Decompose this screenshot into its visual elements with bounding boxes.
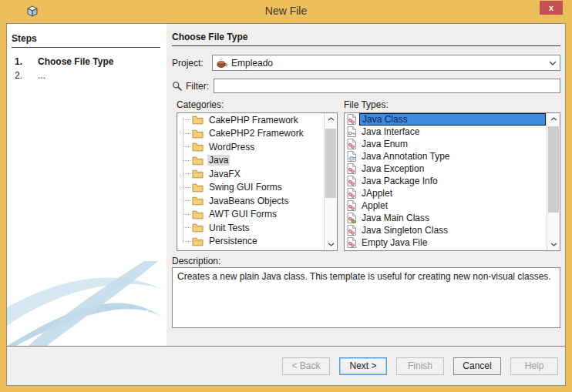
applet-icon: [347, 200, 356, 211]
tree-connector: [183, 200, 190, 201]
categories-list: CakePHP FrameworkCakePHP2 FrameworkWordP…: [177, 112, 338, 251]
category-label: Swing GUI Forms: [207, 182, 284, 193]
next-button[interactable]: Next >: [339, 357, 387, 375]
category-item[interactable]: AWT GUI Forms: [177, 208, 337, 222]
tree-connector: [183, 146, 190, 147]
filter-label: Filter:: [186, 81, 209, 92]
tree-connector: [183, 119, 190, 120]
java-package-info-icon: [347, 176, 356, 186]
project-label: Project:: [172, 58, 212, 69]
file-type-item[interactable]: Java Singleton Class: [345, 224, 560, 236]
project-row: Project: Empleado: [172, 55, 560, 71]
file-type-item[interactable]: Java Package Info: [345, 175, 560, 187]
category-item[interactable]: Unit Tests: [177, 221, 337, 235]
file-type-item[interactable]: Java Exception: [345, 162, 560, 175]
scrollbar-thumb[interactable]: [548, 126, 559, 213]
category-label: CakePHP2 Framework: [207, 128, 305, 139]
category-label: Java: [207, 155, 230, 166]
step-label: ...: [38, 70, 45, 81]
coffee-cup-icon: [216, 58, 228, 69]
folder-icon: [192, 183, 204, 193]
tree-connector: [183, 187, 190, 188]
new-file-dialog: New File x Steps 1.Choose File Type2....…: [0, 0, 572, 392]
java-singleton-icon: [347, 225, 356, 236]
cancel-button[interactable]: Cancel: [453, 357, 501, 375]
window-title: New File: [0, 5, 572, 17]
folder-icon: [192, 223, 204, 233]
tree-connector: [183, 133, 190, 134]
file-type-item[interactable]: Empty Java File: [345, 236, 560, 249]
category-item[interactable]: CakePHP2 Framework: [177, 127, 337, 141]
step-item: 1.Choose File Type: [7, 55, 167, 69]
category-item[interactable]: WordPress: [177, 140, 337, 154]
category-label: Unit Tests: [207, 223, 251, 233]
tree-connector: [183, 214, 190, 215]
file-type-item[interactable]: Java Interface: [345, 126, 560, 138]
file-type-label: Java Annotation Type: [359, 151, 546, 162]
folder-icon: [192, 129, 204, 139]
footer-bar: < BackNext >FinishCancelHelp: [7, 346, 565, 385]
tree-connector: [183, 241, 190, 242]
content-heading: Choose File Type: [172, 32, 560, 46]
project-combobox[interactable]: Empleado: [212, 55, 560, 71]
file-type-label: Applet: [359, 200, 546, 211]
chevron-down-icon: [549, 61, 557, 65]
category-item[interactable]: Java: [177, 154, 337, 168]
tree-connector: [183, 227, 190, 228]
folder-icon: [192, 169, 204, 179]
tree-connector: [183, 160, 190, 161]
folder-icon: [192, 209, 204, 219]
file-type-item[interactable]: Java Class: [345, 113, 560, 126]
category-item[interactable]: JavaFX: [177, 167, 337, 181]
file-type-label: Java Package Info: [359, 176, 546, 186]
file-types-scrollbar[interactable]: [547, 113, 560, 250]
file-type-item[interactable]: JApplet: [345, 187, 560, 199]
file-type-item[interactable]: @Java Annotation Type: [345, 150, 560, 162]
category-item[interactable]: Swing GUI Forms: [177, 181, 337, 195]
java-main-class-icon: [347, 213, 356, 223]
category-label: Persistence: [207, 236, 259, 246]
file-type-label: Java Interface: [359, 126, 546, 137]
file-type-item[interactable]: Java Enum: [345, 138, 560, 150]
categories-scrollbar[interactable]: [324, 113, 337, 250]
java-exception-icon: [347, 163, 356, 174]
file-type-item[interactable]: Applet: [345, 199, 560, 212]
titlebar[interactable]: New File x: [0, 0, 572, 23]
filter-input[interactable]: [214, 79, 560, 93]
category-item[interactable]: CakePHP Framework: [177, 113, 337, 127]
step-item: 2....: [7, 69, 167, 82]
java-interface-icon: [347, 126, 356, 137]
category-label: JavaFX: [207, 169, 242, 179]
file-type-item[interactable]: Java Main Class: [345, 212, 560, 224]
category-item[interactable]: Persistence: [177, 235, 337, 249]
category-label: CakePHP Framework: [207, 115, 300, 126]
scrollbar-thumb[interactable]: [325, 129, 336, 198]
category-item[interactable]: JavaBeans Objects: [177, 194, 337, 208]
scroll-down-icon[interactable]: [325, 239, 337, 250]
magnifier-icon: [172, 81, 183, 92]
help-button: Help: [510, 357, 558, 375]
steps-panel: Steps 1.Choose File Type2....: [7, 24, 167, 346]
back-button: < Back: [282, 357, 330, 375]
java-annotation-icon: @: [347, 151, 356, 162]
category-label: WordPress: [207, 142, 256, 152]
watermark-swoosh-graphic: [7, 260, 166, 346]
steps-heading: Steps: [12, 33, 160, 48]
folder-icon: [192, 142, 204, 152]
scroll-up-icon[interactable]: [547, 113, 560, 125]
scroll-down-icon[interactable]: [547, 239, 560, 250]
close-button[interactable]: x: [540, 1, 563, 15]
empty-java-file-icon: [347, 237, 356, 248]
japplet-icon: [347, 188, 356, 199]
file-types-list: Java ClassJava InterfaceJava Enum@Java A…: [344, 112, 560, 251]
category-label: JavaBeans Objects: [207, 196, 290, 206]
category-label: AWT GUI Forms: [207, 209, 278, 219]
file-type-label: Java Enum: [359, 139, 546, 149]
filter-row: Filter:: [172, 79, 560, 93]
description-label: Description:: [172, 256, 220, 266]
file-type-label: Java Main Class: [359, 213, 546, 223]
scroll-up-icon[interactable]: [325, 113, 337, 125]
folder-icon: [192, 236, 204, 246]
java-enum-icon: [347, 139, 356, 149]
step-label: Choose File Type: [38, 56, 113, 67]
